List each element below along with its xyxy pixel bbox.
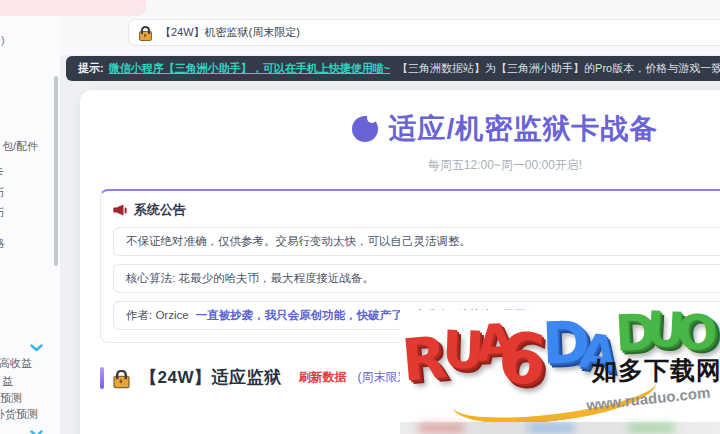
notice-prefix: 提示:	[78, 61, 104, 76]
page-tab[interactable]: 【24W】机密监狱(周末限定)	[128, 19, 720, 46]
watermark-reflection-dot	[628, 424, 674, 432]
section-accent-bar	[100, 367, 104, 389]
chevron-down-icon[interactable]	[30, 424, 43, 434]
lock-icon	[139, 31, 152, 41]
announcement-note: 不保证绝对准确，仅供参考。交易行变动太快，可以自己灵活调整。	[113, 227, 720, 256]
mini-program-link[interactable]: 微信小程序【三角洲小助手】，可以在手机上快捷使用喵~	[109, 61, 390, 76]
notice-info: 【三角洲数据站】为【三角洲小助手】的Pro版本，价格与游戏一致，数据实时更新!	[397, 61, 720, 76]
moon-circle-icon	[352, 116, 378, 142]
watermark-reflection-dot	[528, 424, 574, 432]
sidebar-item-bag-accessories[interactable]: 包/配件	[2, 139, 38, 154]
sidebar-item-fragment[interactable]: 卡	[0, 165, 4, 180]
pink-highlight-block	[0, 0, 146, 16]
lock-icon	[113, 375, 129, 388]
announcement-header: 系统公告	[134, 201, 186, 219]
section-title: 【24W】适应监狱	[140, 366, 281, 389]
sidebar-item-fragment[interactable]: )	[1, 34, 5, 46]
sidebar: ) 包/配件 卡 币 币 略 高收益 益 预测 补货预测	[0, 0, 60, 434]
sidebar-item-high-profit[interactable]: 高收益	[0, 356, 32, 371]
sidebar-item-profit[interactable]: 益	[2, 374, 13, 389]
section-heading: 【24W】适应监狱 刷新数据 (周末限定)	[100, 366, 413, 389]
watermark-overlay: R U A 6 D A D U O 如多下载网 www.ruaduo.com	[400, 310, 720, 434]
page-title: 适应/机密监狱卡战备	[389, 110, 659, 148]
sidebar-item-fragment[interactable]: 币	[0, 186, 4, 201]
schedule-subtitle: 每周五12:00~周一00:00开启!	[80, 157, 720, 174]
watermark-letter: O	[675, 310, 720, 358]
watermark-reflection-dot	[418, 424, 464, 432]
megaphone-icon	[113, 204, 127, 217]
sidebar-item-restock-forecast[interactable]: 补货预测	[0, 407, 38, 422]
sidebar-item-forecast[interactable]: 预测	[0, 391, 22, 406]
chevron-down-icon[interactable]	[30, 338, 43, 356]
sidebar-item-guide[interactable]: 略	[0, 236, 5, 251]
sidebar-item-fragment[interactable]: 币	[0, 206, 4, 221]
tab-title: 【24W】机密监狱(周末限定)	[160, 25, 300, 40]
refresh-data-button[interactable]: 刷新数据	[298, 369, 346, 386]
author-prefix: 作者: Orzice	[126, 309, 189, 321]
announcement-note: 核心算法: 花最少的哈夫币，最大程度接近战备。	[113, 264, 720, 293]
notice-bar: 提示: 微信小程序【三角洲小助手】，可以在手机上快捷使用喵~ 【三角洲数据站】为…	[66, 56, 720, 81]
hero: 适应/机密监狱卡战备 每周五12:00~周一00:00开启!	[80, 90, 720, 174]
tab-strip: 【24W】机密监狱(周末限定)	[60, 0, 720, 55]
watermark-site-name: 如多下载网	[592, 354, 720, 387]
sidebar-scrollbar[interactable]	[54, 76, 58, 266]
